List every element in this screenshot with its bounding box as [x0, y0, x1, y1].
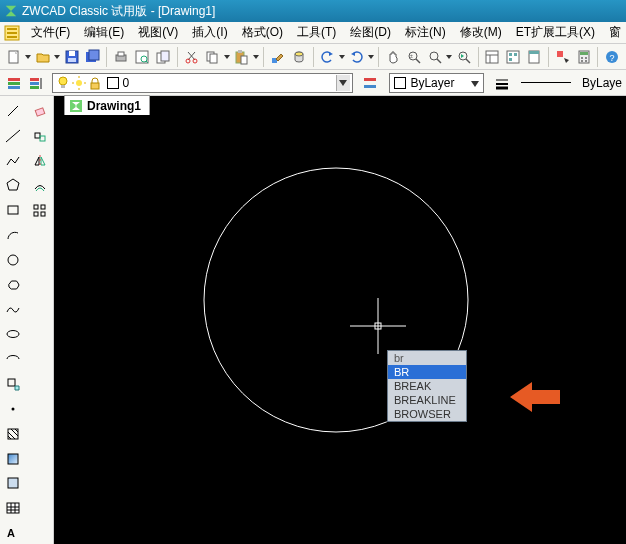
linetype-sample: [521, 73, 577, 93]
matchprop-button[interactable]: [268, 46, 288, 68]
table-tool[interactable]: [2, 497, 24, 519]
menu-draw[interactable]: 绘图(D): [343, 22, 398, 43]
open-button[interactable]: [33, 46, 53, 68]
app-menu-icon[interactable]: [4, 24, 20, 42]
pan-button[interactable]: [383, 46, 403, 68]
svg-point-71: [59, 77, 67, 85]
polygon-tool[interactable]: [2, 174, 24, 196]
copy-tool[interactable]: [29, 125, 51, 147]
spline-tool[interactable]: [2, 299, 24, 321]
menu-modify[interactable]: 修改(M): [453, 22, 509, 43]
saveall-button[interactable]: [83, 46, 103, 68]
circle-tool[interactable]: [2, 249, 24, 271]
point-tool[interactable]: [2, 398, 24, 420]
drawing-canvas[interactable]: brBRBREAKBREAKLINEBROWSER: [54, 114, 626, 544]
undo-dropdown-arrow[interactable]: [338, 55, 345, 59]
block-button[interactable]: [289, 46, 309, 68]
xline-tool[interactable]: [2, 125, 24, 147]
zoom-dropdown-arrow[interactable]: [446, 55, 453, 59]
svg-rect-9: [69, 51, 75, 56]
new-button[interactable]: [4, 46, 24, 68]
preview-button[interactable]: [132, 46, 152, 68]
zoom-rt-button[interactable]: ±: [404, 46, 424, 68]
menu-window[interactable]: 窗: [602, 22, 626, 43]
canvas-svg: [54, 114, 626, 544]
separator: [177, 47, 178, 67]
designcenter-button[interactable]: [503, 46, 523, 68]
ellipse-tool[interactable]: [2, 323, 24, 345]
mirror-tool[interactable]: [29, 150, 51, 172]
layermgr-button[interactable]: [26, 72, 47, 94]
app-logo-icon: [4, 4, 18, 18]
menu-insert[interactable]: 插入(I): [185, 22, 234, 43]
gradient-tool[interactable]: [2, 448, 24, 470]
ellipsearc-tool[interactable]: [2, 348, 24, 370]
pline-tool[interactable]: [2, 150, 24, 172]
hatch-tool[interactable]: [2, 423, 24, 445]
zoom-window-button[interactable]: [425, 46, 445, 68]
svg-rect-12: [89, 50, 99, 60]
menu-dim[interactable]: 标注(N): [398, 22, 453, 43]
calc-button[interactable]: [574, 46, 594, 68]
insertblock-tool[interactable]: [2, 373, 24, 395]
cut-button[interactable]: [182, 46, 202, 68]
layer-combo-arrow[interactable]: [336, 75, 350, 91]
svg-point-91: [7, 331, 19, 338]
svg-rect-54: [529, 51, 539, 54]
svg-rect-102: [7, 503, 19, 513]
svg-rect-92: [8, 379, 15, 386]
command-autocomplete[interactable]: brBRBREAKBREAKLINEBROWSER: [387, 350, 467, 422]
open-dropdown-arrow[interactable]: [54, 55, 61, 59]
menu-edit[interactable]: 编辑(E): [77, 22, 131, 43]
copy-dropdown-arrow[interactable]: [223, 55, 230, 59]
save-button[interactable]: [62, 46, 82, 68]
layer-combo[interactable]: 0: [52, 73, 353, 93]
canvas-wrap: Drawing1 brBRBREAKBREAKLINEBROWSER: [54, 96, 626, 544]
redo-button[interactable]: [347, 46, 367, 68]
menu-tools[interactable]: 工具(T): [290, 22, 343, 43]
mtext-tool[interactable]: A: [2, 522, 24, 544]
document-tab-label: Drawing1: [87, 99, 141, 113]
menu-format[interactable]: 格式(O): [235, 22, 290, 43]
line-tool[interactable]: [2, 100, 24, 122]
autocomplete-item[interactable]: BREAK: [388, 379, 466, 393]
undo-button[interactable]: [318, 46, 338, 68]
rectangle-tool[interactable]: [2, 199, 24, 221]
layerstate-button[interactable]: [4, 72, 25, 94]
svg-rect-67: [30, 78, 39, 81]
toolpalette-button[interactable]: [524, 46, 544, 68]
revcloud-tool[interactable]: [2, 274, 24, 296]
region-tool[interactable]: [2, 472, 24, 494]
menu-file[interactable]: 文件(F): [24, 22, 77, 43]
publish-button[interactable]: [153, 46, 173, 68]
array-tool[interactable]: [29, 200, 51, 222]
offset-tool[interactable]: [29, 175, 51, 197]
layer-toolbar: 0 ByLayer ByLaye: [0, 70, 626, 96]
arc-tool[interactable]: [2, 224, 24, 246]
erase-tool[interactable]: [29, 100, 51, 122]
paste-dropdown-arrow[interactable]: [252, 55, 259, 59]
print-button[interactable]: [111, 46, 131, 68]
new-dropdown-arrow[interactable]: [25, 55, 32, 59]
menu-view[interactable]: 视图(V): [131, 22, 185, 43]
svg-line-38: [416, 59, 420, 63]
svg-point-60: [581, 60, 583, 62]
redo-dropdown-arrow[interactable]: [367, 55, 374, 59]
lineweight-button[interactable]: [491, 72, 514, 94]
document-tab[interactable]: Drawing1: [64, 95, 150, 115]
workspace: A Drawing1 brBRBREAKBREAKLINEBROWSER: [0, 96, 626, 544]
autocomplete-item[interactable]: BROWSER: [388, 407, 466, 421]
properties-button[interactable]: [483, 46, 503, 68]
help-button[interactable]: ?: [602, 46, 622, 68]
copy-button[interactable]: [202, 46, 222, 68]
separator: [106, 47, 107, 67]
menu-etext[interactable]: ET扩展工具(X): [509, 22, 602, 43]
layeriso-button[interactable]: [360, 72, 381, 94]
paste-button[interactable]: [231, 46, 251, 68]
autocomplete-item[interactable]: BR: [388, 365, 466, 379]
color-combo-arrow[interactable]: [471, 76, 479, 90]
zoom-prev-button[interactable]: [454, 46, 474, 68]
autocomplete-item[interactable]: BREAKLINE: [388, 393, 466, 407]
smartselect-button[interactable]: [553, 46, 573, 68]
color-combo[interactable]: ByLayer: [389, 73, 484, 93]
